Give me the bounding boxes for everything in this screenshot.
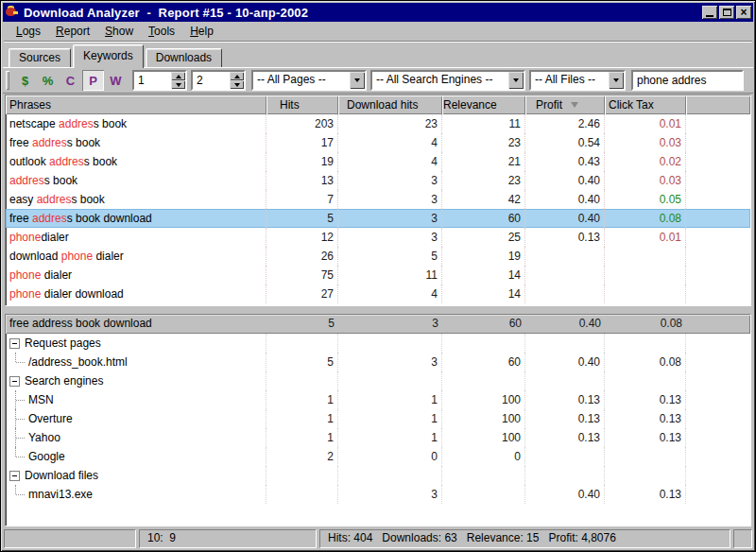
menu-tools[interactable]: Tools [141, 23, 182, 40]
menu-item-key: H [190, 25, 198, 38]
detail-summary-relevance: 60 [442, 315, 525, 334]
table-row[interactable]: free address book download53600.400.08 [6, 209, 750, 228]
toolbar-button-p[interactable]: P [82, 70, 104, 91]
tree-group-download-files[interactable]: Download files [6, 466, 750, 485]
column-header-profit[interactable]: Profit [525, 95, 605, 114]
column-header-download-hits[interactable]: Download hits [338, 95, 442, 114]
filler-cell [686, 371, 750, 390]
filter-pages-select[interactable]: -- All Pages -- [251, 70, 367, 91]
column-header-hits[interactable]: Hits [266, 95, 338, 114]
spinner-up-button[interactable] [230, 72, 244, 80]
toolbar-gripper[interactable] [6, 71, 9, 90]
relevance-cell: 42 [442, 190, 525, 209]
dropdown-button[interactable] [508, 72, 524, 89]
toolbar-button-dollar[interactable]: $ [14, 70, 36, 91]
profit-cell: 0.40 [525, 190, 605, 209]
collapse-icon[interactable] [9, 376, 20, 387]
tree-leaf-overture[interactable]: Overture111000.130.13 [6, 409, 750, 428]
detail-summary-row[interactable]: free address book download 5 3 60 0.40 0… [6, 315, 750, 334]
collapse-icon[interactable] [9, 471, 20, 481]
spinner-1-buttons [171, 72, 185, 89]
filler-cell [686, 266, 750, 285]
phrase-segment: s book [67, 136, 100, 149]
filter-pages-select-value: -- All Pages -- [253, 72, 350, 89]
spinner-up-button[interactable] [171, 72, 185, 80]
maximize-button[interactable] [719, 6, 734, 19]
toolbar-button-percent[interactable]: % [37, 70, 59, 91]
close-button[interactable]: × [736, 6, 751, 19]
hits-cell: 7 [266, 190, 338, 209]
tab-downloads[interactable]: Downloads [146, 48, 222, 67]
tree-connector [9, 353, 28, 371]
filter-input[interactable] [631, 70, 744, 91]
tree-group-request-pages[interactable]: Request pages [6, 334, 750, 353]
table-row[interactable]: phone dialer751114 [6, 266, 750, 285]
phrase-segment: addres [37, 193, 72, 206]
relevance-cell: 100 [442, 390, 525, 409]
menu-item-rest: ools [154, 25, 175, 38]
column-header-click-tax[interactable]: Click Tax [605, 95, 686, 114]
collapse-icon[interactable] [9, 338, 20, 349]
menu-help[interactable]: Help [182, 23, 221, 40]
phrase-segment: s book download [67, 212, 152, 225]
phrase-cell: outlook address book [6, 152, 266, 171]
tree-leaf-address-book-html[interactable]: /address_book.html53600.400.08 [6, 353, 750, 371]
tab-keywords[interactable]: Keywords [73, 44, 144, 68]
hits-cell: 17 [266, 133, 338, 152]
table-row[interactable]: netscape address book20323112.460.01 [6, 114, 750, 133]
profit-cell: 0.13 [525, 228, 605, 247]
dropdown-button[interactable] [609, 72, 624, 89]
app-window: Download Analyzer - Report #15 - 10-апр-… [0, 0, 756, 552]
toolbar-button-c[interactable]: C [60, 70, 81, 91]
tree-leaf-yahoo[interactable]: Yahoo111000.130.13 [6, 428, 750, 447]
menu-item-rest: elp [198, 25, 214, 38]
click-tax-cell [605, 266, 686, 285]
tree-leaf-google[interactable]: Google200 [6, 447, 750, 466]
table-row[interactable]: easy address book73420.400.05 [6, 190, 750, 209]
minimize-button[interactable] [702, 6, 717, 19]
table-row[interactable]: download phone dialer26519 [6, 247, 750, 266]
dropdown-button[interactable] [350, 72, 365, 89]
detail-summary-download-hits: 3 [338, 315, 442, 334]
filter-search-engines-select[interactable]: -- All Search Engines -- [370, 70, 525, 91]
table-row[interactable]: phone dialer download27414 [6, 285, 750, 303]
filler-cell [686, 247, 750, 266]
tree-group-search-engines[interactable]: Search engines [6, 371, 750, 390]
menu-report[interactable]: Report [48, 23, 97, 40]
menu-logs[interactable]: Logs [9, 23, 48, 40]
spinner-down-button[interactable] [230, 80, 244, 89]
spinner-1[interactable]: 1 [132, 70, 187, 91]
download-hits-cell: 3 [338, 353, 442, 371]
menu-item-rest: eport [64, 25, 90, 38]
table-row[interactable]: address book133230.400.03 [6, 171, 750, 190]
profit-cell [525, 334, 605, 353]
column-header-phrases[interactable]: Phrases [6, 95, 266, 114]
toolbar-button-w[interactable]: W [105, 70, 127, 91]
tree-leaf-mnavi13-exe[interactable]: mnavi13.exe30.400.13 [6, 485, 750, 504]
phrase-cell: download phone dialer [6, 247, 266, 266]
phrase-segment: download [9, 250, 61, 263]
hits-cell: 12 [266, 228, 338, 247]
filter-files-select[interactable]: -- All Files -- [529, 70, 626, 91]
menu-show[interactable]: Show [97, 23, 141, 40]
column-header-relevance[interactable]: Relevance [442, 95, 525, 114]
phrase-cell: address book [6, 171, 266, 190]
tree-leaf-msn[interactable]: MSN111000.130.13 [6, 390, 750, 409]
tree-leaf-label: /address_book.html [28, 353, 128, 371]
sort-desc-icon [571, 102, 578, 108]
phrase-segment: s book [71, 193, 104, 206]
table-row[interactable]: outlook address book194210.430.02 [6, 152, 750, 171]
filler-cell [686, 485, 750, 504]
hits-cell: 1 [266, 390, 338, 409]
table-row[interactable]: phonedialer123250.130.01 [6, 228, 750, 247]
hits-cell [266, 466, 338, 485]
window-title: Download Analyzer - Report #15 - 10-апр-… [24, 6, 308, 20]
tab-sources[interactable]: Sources [9, 48, 71, 67]
spinner-2[interactable]: 2 [191, 70, 246, 91]
relevance-cell [442, 371, 525, 390]
tree-group-label: Request pages [25, 334, 101, 353]
table-row[interactable]: free address book174230.540.03 [6, 133, 750, 152]
tree-group-label: Search engines [25, 371, 103, 390]
splitter[interactable] [3, 306, 753, 314]
spinner-down-button[interactable] [171, 80, 185, 89]
